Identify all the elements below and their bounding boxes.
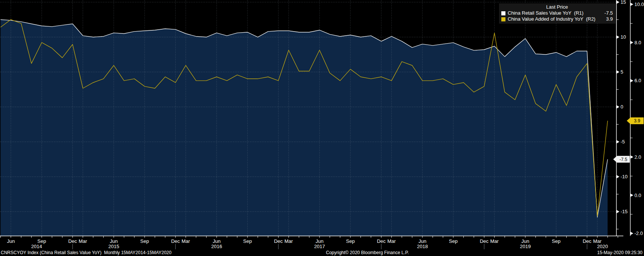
- month-label: Jun: [521, 238, 529, 244]
- r2-tick-label: 6.0: [635, 78, 641, 83]
- month-label: Sep: [346, 238, 355, 244]
- legend-series-label: China Retail Sales Value YoY: [508, 10, 572, 16]
- r1-tick-label: 0: [621, 104, 623, 110]
- year-label: 2015: [108, 244, 119, 249]
- legend-row-industry: China Value Added of Industry YoY (R2) 3…: [501, 16, 613, 22]
- legend-row-retail: China Retail Sales Value YoY (R1) -7.5: [501, 10, 613, 16]
- month-label: Sep: [243, 238, 252, 244]
- month-label: Dec: [274, 238, 283, 244]
- r1-tick-label: 5: [621, 69, 623, 75]
- industry-series-swatch: [501, 17, 505, 21]
- badge-value: -7.5: [620, 157, 627, 162]
- legend-axis-tag: (R2): [586, 16, 595, 22]
- r2-tick-arrow: [630, 3, 633, 6]
- month-label: Jun: [315, 238, 323, 244]
- r2-tick-label: 8.0: [635, 40, 641, 45]
- r1-tick-arrow: [617, 210, 620, 213]
- year-label: 2020: [597, 244, 608, 249]
- year-label: 2016: [211, 244, 222, 249]
- month-label: Dec: [68, 238, 77, 244]
- month-label: Sep: [552, 238, 561, 244]
- r1-tick-arrow: [617, 175, 620, 178]
- month-label: Mar: [182, 238, 190, 244]
- legend-series-label: China Value Added of Industry YoY: [508, 16, 583, 22]
- r1-tick-arrow: [617, 105, 620, 108]
- month-label: Jun: [418, 238, 426, 244]
- r2-tick-label: 0.0: [635, 193, 641, 198]
- legend-title: Last Price: [501, 4, 613, 10]
- r1-tick-label: 15: [621, 0, 626, 5]
- month-label: Dec: [480, 238, 489, 244]
- month-label: Jun: [110, 238, 118, 244]
- r1-tick-arrow: [617, 70, 620, 74]
- r2-tick-label: 2.0: [635, 154, 641, 160]
- month-label: Mar: [388, 238, 396, 244]
- r2-tick-arrow: [630, 155, 633, 159]
- footer-bar: CNRSCYOY Index (China Retail Sales Value…: [0, 249, 644, 256]
- r1-tick-arrow: [617, 35, 620, 39]
- r1-tick-label: -15: [621, 209, 628, 214]
- month-label: Sep: [449, 238, 458, 244]
- r2-tick-arrow: [630, 79, 633, 82]
- r2-tick-arrow: [630, 194, 633, 197]
- retail-area-fill: [1, 20, 608, 236]
- legend-series-value: -7.5: [602, 10, 613, 16]
- year-label: 2018: [417, 244, 428, 249]
- year-label: 2017: [314, 244, 325, 249]
- bloomberg-chart-window: JunSepDecMarJunSepDecMarJunSepDecMarJunS…: [0, 0, 644, 256]
- year-label: 2014: [31, 244, 42, 249]
- r1-tick-label: -10: [621, 174, 628, 179]
- legend-panel: Last Price China Retail Sales Value YoY …: [499, 3, 615, 24]
- year-label: 2019: [520, 244, 531, 249]
- month-label: Mar: [593, 238, 602, 244]
- month-label: Dec: [171, 238, 180, 244]
- month-label: Sep: [38, 238, 46, 244]
- month-label: Mar: [79, 238, 87, 244]
- r2-tick-label: 10.0: [635, 2, 644, 7]
- month-label: Jun: [213, 238, 220, 244]
- r1-tick-label: -5: [621, 139, 625, 145]
- month-label: Sep: [140, 238, 149, 244]
- r2-tick-arrow: [630, 232, 633, 235]
- chart-plot-area: JunSepDecMarJunSepDecMarJunSepDecMarJunS…: [0, 0, 644, 256]
- r1-tick-arrow: [617, 0, 620, 4]
- r1-tick-arrow: [617, 140, 620, 143]
- retail-series-swatch: [501, 11, 505, 15]
- footer-security-info: CNRSCYOY Index (China Retail Sales Value…: [1, 250, 172, 255]
- badge-value: 3.9: [634, 118, 640, 123]
- legend-series-value: 3.9: [603, 16, 613, 22]
- month-label: Dec: [583, 238, 592, 244]
- r1-tick-label: 10: [621, 34, 626, 40]
- r2-tick-arrow: [630, 41, 633, 44]
- footer-copyright: Copyright© 2020 Bloomberg Finance L.P.: [326, 250, 409, 255]
- month-label: Dec: [377, 238, 386, 244]
- month-label: Mar: [490, 238, 499, 244]
- month-label: Jun: [7, 238, 15, 244]
- r2-tick-label: -2.0: [635, 230, 643, 236]
- legend-axis-tag: (R1): [574, 10, 584, 16]
- footer-timestamp: 15-May-2020 09:25:30: [597, 250, 642, 255]
- month-label: Mar: [285, 238, 293, 244]
